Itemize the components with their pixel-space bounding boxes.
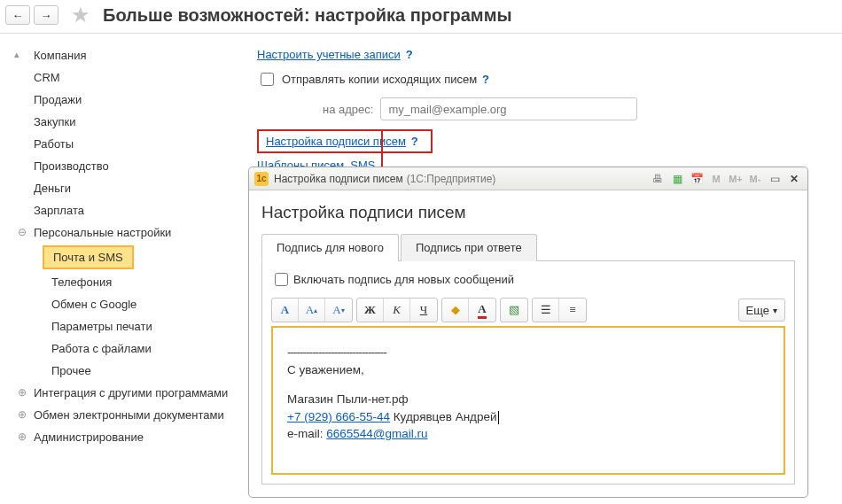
sidebar-item-personal[interactable]: Персональные настройки bbox=[12, 221, 239, 244]
sidebar-item-mail-sms[interactable]: Почта и SMS bbox=[43, 245, 134, 269]
help-icon[interactable]: ? bbox=[406, 48, 413, 61]
grid-icon[interactable]: ▦ bbox=[669, 172, 685, 186]
copy-outgoing-checkbox[interactable] bbox=[261, 73, 274, 86]
sidebar-item-google[interactable]: Обмен с Google bbox=[12, 293, 239, 315]
expand-icon[interactable] bbox=[16, 386, 28, 399]
star-icon[interactable]: ★ bbox=[71, 3, 90, 27]
underline-button[interactable]: Ч bbox=[410, 299, 437, 322]
page-title: Больше возможностей: настройка программы bbox=[103, 5, 512, 26]
more-button[interactable]: Еще ▾ bbox=[738, 299, 785, 322]
phone-link[interactable]: +7 (929) 666-55-44 bbox=[287, 410, 390, 423]
sidebar: ▴ Компания CRM Продажи Закупки Работы Пр… bbox=[0, 34, 248, 502]
sidebar-item-files[interactable]: Работа с файлами bbox=[12, 337, 239, 360]
dialog-titlebar[interactable]: 1c Настройка подписи писем (1С:Предприят… bbox=[249, 167, 807, 190]
m-plus-icon[interactable]: M+ bbox=[728, 172, 744, 186]
sidebar-item-production[interactable]: Производство bbox=[12, 155, 239, 177]
print-icon[interactable]: 🖶 bbox=[650, 172, 666, 186]
chevron-down-icon: ▾ bbox=[773, 306, 777, 315]
include-signature-checkbox[interactable] bbox=[275, 273, 288, 286]
nav-forward-button[interactable]: → bbox=[34, 5, 58, 25]
sidebar-item-other[interactable]: Прочее bbox=[12, 360, 239, 382]
collapse-icon: ▴ bbox=[14, 49, 19, 60]
dialog-subtitle: (1С:Предприятие) bbox=[407, 173, 650, 185]
sidebar-item-salary[interactable]: Зарплата bbox=[12, 199, 239, 221]
dialog-title: Настройка подписи писем bbox=[274, 173, 403, 185]
address-input[interactable] bbox=[380, 97, 637, 120]
sidebar-item-print[interactable]: Параметры печати bbox=[12, 315, 239, 337]
signature-settings-link[interactable]: Настройка подписи писем bbox=[266, 135, 406, 148]
shop-name-text: Магазин Пыли-нет.рф bbox=[287, 391, 769, 408]
sidebar-item-admin[interactable]: Администрирование bbox=[12, 426, 239, 448]
tab-reply-signature[interactable]: Подпись при ответе bbox=[401, 234, 537, 261]
editor-toolbar: A A▴ A▾ Ж К Ч ◆ А bbox=[271, 298, 785, 322]
nav-back-button[interactable]: ← bbox=[5, 5, 30, 25]
sidebar-item-money[interactable]: Деньги bbox=[12, 177, 239, 199]
bullet-list-button[interactable]: ☰ bbox=[533, 299, 559, 322]
sidebar-item-edoc[interactable]: Обмен электронными документами bbox=[12, 404, 239, 426]
sidebar-item-purchases[interactable]: Закупки bbox=[12, 111, 239, 133]
font-color-button[interactable]: A bbox=[272, 299, 299, 322]
font-larger-button[interactable]: A▴ bbox=[299, 299, 325, 322]
sidebar-item-works[interactable]: Работы bbox=[12, 133, 239, 155]
signature-dialog: 1c Настройка подписи писем (1С:Предприят… bbox=[248, 167, 808, 498]
calendar-icon[interactable]: 📅 bbox=[689, 172, 705, 186]
main-panel: Настроить учетные записи ? Отправлять ко… bbox=[248, 34, 842, 502]
sidebar-item-sales[interactable]: Продажи bbox=[12, 89, 239, 111]
bold-button[interactable]: Ж bbox=[357, 299, 384, 322]
m-icon[interactable]: M bbox=[708, 172, 724, 186]
expand-icon[interactable] bbox=[16, 408, 28, 421]
separator-line: -------------------------------- bbox=[287, 344, 769, 361]
email-link[interactable]: 6665544@gmail.ru bbox=[326, 427, 427, 440]
author-name: Кудрявцев Андрей bbox=[394, 410, 497, 423]
number-list-button[interactable]: ≡ bbox=[559, 299, 586, 322]
help-icon[interactable]: ? bbox=[482, 73, 489, 86]
signature-link-highlight: Настройка подписи писем ? bbox=[257, 129, 433, 153]
sidebar-item-company[interactable]: ▴ Компания bbox=[12, 44, 239, 66]
dialog-heading: Настройка подписи писем bbox=[261, 203, 795, 222]
italic-button[interactable]: К bbox=[384, 299, 410, 322]
text-color-button[interactable]: А bbox=[469, 299, 495, 322]
sidebar-item-integration[interactable]: Интеграция с другими программами bbox=[12, 382, 239, 404]
sidebar-item-telephony[interactable]: Телефония bbox=[12, 271, 239, 293]
signature-editor[interactable]: -------------------------------- С уваже… bbox=[271, 326, 785, 475]
greeting-text: С уважением, bbox=[287, 361, 769, 379]
close-icon[interactable]: ✕ bbox=[786, 172, 802, 186]
tab-new-signature[interactable]: Подпись для нового bbox=[261, 234, 399, 261]
insert-image-button[interactable]: ▧ bbox=[501, 299, 527, 322]
m-minus-icon[interactable]: M- bbox=[747, 172, 763, 186]
expand-icon[interactable] bbox=[16, 430, 28, 443]
help-icon[interactable]: ? bbox=[411, 135, 418, 148]
include-signature-label: Включать подпись для новых сообщений bbox=[293, 273, 514, 286]
copy-outgoing-label: Отправлять копии исходящих писем bbox=[282, 73, 477, 86]
expand-icon[interactable] bbox=[16, 226, 28, 238]
tabs: Подпись для нового Подпись при ответе bbox=[261, 233, 795, 261]
highlight-color-button[interactable]: ◆ bbox=[442, 299, 469, 322]
font-smaller-button[interactable]: A▾ bbox=[325, 299, 352, 322]
window-restore-icon[interactable]: ▭ bbox=[767, 172, 783, 186]
sidebar-item-crm[interactable]: CRM bbox=[12, 66, 239, 89]
address-label: на адрес: bbox=[323, 103, 373, 116]
contact-line: +7 (929) 666-55-44 Кудрявцев Андрей bbox=[287, 408, 769, 426]
app-1c-icon: 1c bbox=[254, 172, 269, 186]
email-line: e-mail: 6665544@gmail.ru bbox=[287, 425, 769, 443]
accounts-link[interactable]: Настроить учетные записи bbox=[257, 48, 401, 61]
